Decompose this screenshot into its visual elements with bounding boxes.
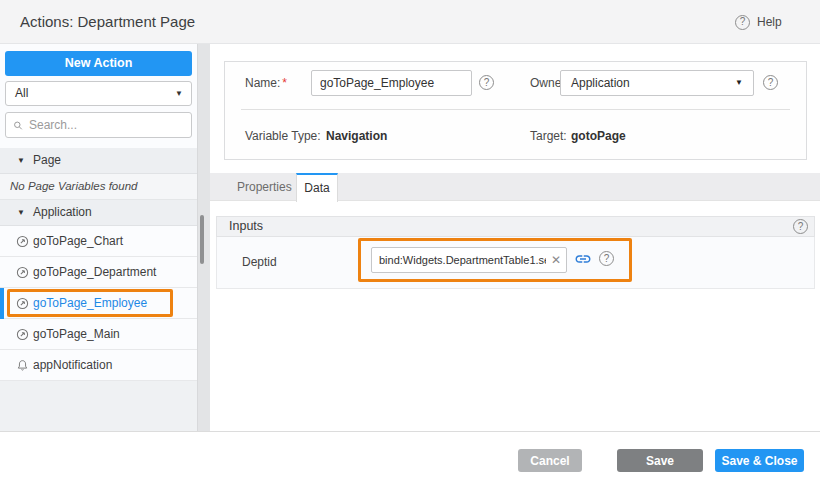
target-label: Target:: [530, 126, 567, 146]
required-marker: *: [282, 76, 287, 90]
name-help-icon[interactable]: ?: [479, 75, 494, 90]
help-button[interactable]: ? Help: [735, 0, 782, 44]
footer-bar: Cancel Save Save & Close: [0, 431, 820, 488]
collapse-caret-icon: ▼: [17, 148, 25, 173]
actions-dialog: Actions: Department Page ? Help New Acti…: [0, 0, 820, 488]
target-value: gotoPage: [571, 126, 626, 146]
scrollbar-thumb[interactable]: [200, 215, 204, 264]
sidebar-filler: [0, 381, 197, 431]
inputs-help-icon[interactable]: ?: [793, 219, 808, 234]
sidebar-item-appnotification[interactable]: appNotification: [0, 350, 197, 381]
item-label: goToPage_Chart: [33, 226, 123, 256]
new-action-button[interactable]: New Action: [5, 51, 192, 76]
owner-select[interactable]: Application ▼: [560, 70, 754, 96]
group-label: Page: [33, 148, 61, 173]
deptid-bind-input[interactable]: bind:Widgets.DepartmentTable1.selec ✕: [371, 247, 567, 273]
owner-help-icon[interactable]: ?: [763, 75, 778, 90]
inputs-header: Inputs ?: [216, 216, 815, 237]
variable-type-label: Variable Type:: [245, 126, 321, 146]
filter-value: All: [15, 86, 28, 100]
item-label: goToPage_Employee: [33, 288, 147, 318]
empty-page-variables-message: No Page Variables found: [0, 174, 197, 200]
name-input[interactable]: [311, 70, 472, 96]
deptid-help-icon[interactable]: ?: [599, 251, 614, 266]
item-label: appNotification: [33, 350, 112, 380]
navigation-icon: [16, 235, 29, 248]
navigation-icon: [16, 328, 29, 341]
variables-sidebar: New Action All ▼ ▼ Page No Page Variable…: [0, 44, 197, 431]
tab-bar: Properties Data: [210, 173, 820, 201]
navigation-icon: [16, 297, 29, 310]
name-label: Name:*: [245, 70, 287, 96]
search-icon: [13, 119, 23, 132]
sidebar-item-gotopage-employee[interactable]: goToPage_Employee: [0, 288, 197, 319]
inputs-title: Inputs: [229, 217, 263, 236]
navigation-icon: [16, 266, 29, 279]
sidebar-item-gotopage-main[interactable]: goToPage_Main: [0, 319, 197, 350]
selected-item-indicator: [0, 288, 4, 319]
item-label: goToPage_Department: [33, 257, 156, 287]
sidebar-group-page[interactable]: ▼ Page: [0, 148, 197, 174]
sidebar-item-gotopage-department[interactable]: goToPage_Department: [0, 257, 197, 288]
action-detail-panel: Name:* ? Owner:* Application ▼ ? Variabl…: [210, 44, 820, 431]
action-summary-box: Name:* ? Owner:* Application ▼ ? Variabl…: [224, 61, 807, 160]
bind-link-icon[interactable]: [574, 250, 592, 268]
page-title: Actions: Department Page: [20, 0, 195, 44]
deptid-label: Deptid: [242, 237, 277, 287]
deptid-bind-value: bind:Widgets.DepartmentTable1.selec: [372, 254, 546, 266]
save-and-close-button[interactable]: Save & Close: [715, 449, 804, 472]
help-icon: ?: [735, 15, 750, 30]
sidebar-item-gotopage-chart[interactable]: goToPage_Chart: [0, 226, 197, 257]
clear-icon[interactable]: ✕: [546, 253, 566, 267]
search-box[interactable]: [5, 112, 192, 138]
sidebar-group-application[interactable]: ▼ Application: [0, 200, 197, 226]
bell-icon: [16, 359, 29, 372]
caret-down-icon: ▼: [735, 71, 743, 95]
inputs-section: Inputs ? Deptid bind:Widgets.DepartmentT…: [216, 216, 815, 289]
item-label: goToPage_Main: [33, 319, 120, 349]
input-row-deptid: Deptid bind:Widgets.DepartmentTable1.sel…: [216, 237, 815, 289]
owner-value: Application: [571, 76, 630, 90]
scrollbar-track: [197, 44, 210, 431]
caret-down-icon: ▼: [175, 82, 183, 105]
save-button[interactable]: Save: [617, 449, 703, 472]
group-label: Application: [33, 200, 92, 225]
filter-dropdown[interactable]: All ▼: [5, 81, 192, 106]
cancel-button[interactable]: Cancel: [518, 449, 582, 472]
title-bar: Actions: Department Page ? Help: [0, 0, 820, 44]
divider: [241, 109, 790, 110]
collapse-caret-icon: ▼: [17, 200, 25, 225]
variable-type-value: Navigation: [326, 126, 387, 146]
tab-data[interactable]: Data: [296, 173, 338, 202]
search-input[interactable]: [29, 118, 184, 132]
help-label: Help: [757, 15, 782, 29]
